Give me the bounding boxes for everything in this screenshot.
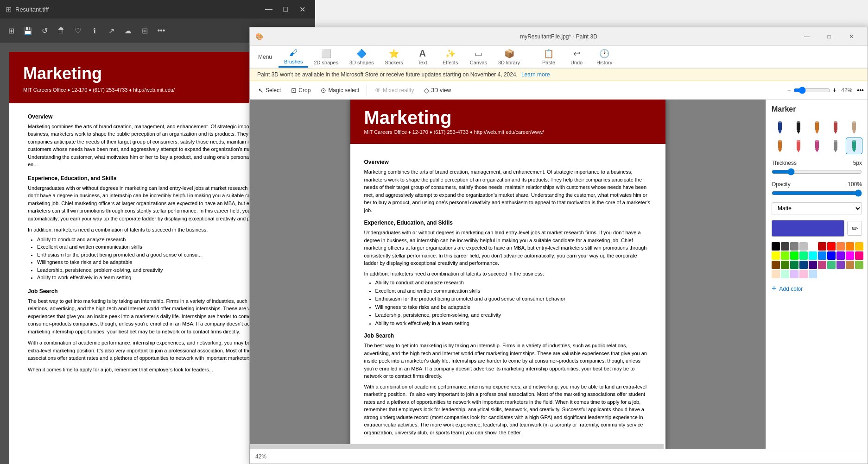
bg-delete-icon[interactable]: 🗑 bbox=[54, 23, 69, 38]
color-cell-32[interactable] bbox=[781, 270, 789, 278]
tab-history[interactable]: 🕐 History bbox=[590, 46, 618, 68]
zoom-slider[interactable] bbox=[793, 87, 830, 94]
marker-item-10[interactable] bbox=[846, 138, 862, 154]
add-color-btn[interactable]: + Add color bbox=[772, 282, 862, 295]
color-cell-27[interactable] bbox=[827, 261, 836, 269]
color-cell-17[interactable] bbox=[827, 251, 836, 260]
thickness-slider[interactable] bbox=[772, 168, 862, 176]
marker-item-7[interactable] bbox=[790, 138, 807, 154]
color-cell-23[interactable] bbox=[790, 261, 798, 269]
color-cell-34[interactable] bbox=[799, 270, 808, 278]
opacity-slider[interactable] bbox=[772, 189, 862, 197]
marker-item-2[interactable] bbox=[790, 119, 807, 136]
bg-cloud-icon[interactable]: ☁ bbox=[120, 23, 135, 38]
color-cell-1[interactable] bbox=[772, 242, 780, 251]
view-3d-btn[interactable]: ◇ 3D view bbox=[419, 83, 456, 98]
eyedropper-btn[interactable]: ✏ bbox=[847, 221, 862, 236]
color-cell-8[interactable] bbox=[836, 242, 845, 251]
marker-item-5[interactable] bbox=[846, 119, 862, 136]
notification-link[interactable]: Learn more bbox=[521, 71, 550, 78]
color-cell-20[interactable] bbox=[855, 251, 863, 260]
canvas-hscrollbar[interactable] bbox=[250, 444, 664, 449]
select-tool-btn[interactable]: ↖ Select bbox=[253, 83, 285, 98]
bg-grid-icon[interactable]: ⊞ bbox=[137, 23, 152, 38]
bg-heart-icon[interactable]: ♡ bbox=[70, 23, 85, 38]
finish-dropdown[interactable]: Matte Gloss bbox=[772, 202, 862, 214]
zoom-in-icon[interactable]: + bbox=[832, 86, 836, 94]
bg-minimize-btn[interactable]: — bbox=[261, 2, 276, 17]
color-cell-3[interactable] bbox=[790, 242, 798, 251]
p3d-canvas-area[interactable]: Marketing MIT Careers Office ♦ 12-170 ♦ … bbox=[250, 100, 766, 449]
p3d-close-btn[interactable]: ✕ bbox=[841, 30, 862, 44]
color-cell-35[interactable] bbox=[809, 270, 817, 278]
thickness-label: Thickness bbox=[772, 160, 797, 166]
selected-color-swatch[interactable] bbox=[772, 220, 844, 237]
magic-select-btn[interactable]: ⊙ Magic select bbox=[316, 83, 364, 98]
color-cell-7[interactable] bbox=[827, 242, 836, 251]
color-cell-21[interactable] bbox=[772, 261, 780, 269]
p3d-maximize-btn[interactable]: □ bbox=[818, 30, 840, 44]
zoom-out-icon[interactable]: − bbox=[787, 86, 792, 94]
marker-item-3[interactable] bbox=[809, 119, 825, 136]
color-cell-33[interactable] bbox=[790, 270, 798, 278]
color-cell-9[interactable] bbox=[846, 242, 854, 251]
bg-home-icon[interactable]: ⊞ bbox=[4, 23, 19, 38]
marker-item-9[interactable] bbox=[827, 138, 844, 154]
color-cell-30[interactable] bbox=[855, 261, 863, 269]
color-cell-14[interactable] bbox=[799, 251, 808, 260]
crop-tool-btn[interactable]: ⊡ Crop bbox=[286, 83, 315, 98]
tab-stickers[interactable]: ⭐ Stickers bbox=[380, 46, 409, 68]
tab-brushes[interactable]: 🖌 Brushes bbox=[279, 46, 308, 68]
tab-2d-shapes[interactable]: ⬜ 2D shapes bbox=[308, 46, 344, 68]
magic-select-icon: ⊙ bbox=[321, 87, 326, 94]
color-cell-4[interactable] bbox=[799, 242, 808, 251]
zoom-more-icon[interactable]: ••• bbox=[857, 87, 864, 94]
color-cell-13[interactable] bbox=[790, 251, 798, 260]
color-cell-18[interactable] bbox=[836, 251, 845, 260]
tab-menu[interactable]: Menu bbox=[252, 46, 279, 68]
tab-effects[interactable]: ✨ Effects bbox=[437, 46, 464, 68]
marker-item-4[interactable] bbox=[827, 119, 844, 136]
color-cell-26[interactable] bbox=[818, 261, 826, 269]
color-cell-29[interactable] bbox=[846, 261, 854, 269]
color-cell-31[interactable] bbox=[772, 270, 780, 278]
color-cell-19[interactable] bbox=[846, 251, 854, 260]
tab-text[interactable]: A Text bbox=[409, 46, 437, 68]
svg-rect-26 bbox=[834, 140, 837, 142]
marker-item-6[interactable] bbox=[772, 138, 788, 154]
doc-exp-heading: Experience, Education, and Skills bbox=[364, 219, 652, 227]
color-cell-22[interactable] bbox=[781, 261, 789, 269]
marker-item-1[interactable] bbox=[772, 119, 788, 136]
marker-item-8[interactable] bbox=[809, 138, 825, 154]
2d-shapes-icon: ⬜ bbox=[321, 49, 331, 59]
p3d-window-controls: — □ ✕ bbox=[796, 30, 862, 44]
bg-close-btn[interactable]: ✕ bbox=[295, 2, 310, 17]
color-cell-11[interactable] bbox=[772, 251, 780, 260]
color-cell-24[interactable] bbox=[799, 261, 808, 269]
tab-undo[interactable]: ↩ Undo bbox=[563, 46, 590, 68]
color-cell-15[interactable] bbox=[809, 251, 817, 260]
tab-canvas[interactable]: ▭ Canvas bbox=[464, 46, 493, 68]
bg-info-icon[interactable]: ℹ bbox=[87, 23, 102, 38]
bg-exp-text: Undergraduates with or without degrees i… bbox=[28, 184, 287, 223]
tab-paste[interactable]: 📋 Paste bbox=[535, 46, 563, 68]
tab-3d-shapes[interactable]: 🔷 3D shapes bbox=[344, 46, 380, 68]
bg-rotate-icon[interactable]: ↺ bbox=[37, 23, 52, 38]
bg-save-icon[interactable]: 💾 bbox=[20, 23, 35, 38]
color-cell-28[interactable] bbox=[836, 261, 845, 269]
magic-select-label: Magic select bbox=[328, 87, 359, 94]
color-cell-16[interactable] bbox=[818, 251, 826, 260]
mixed-reality-btn[interactable]: 👁 Mixed reality bbox=[370, 83, 418, 98]
color-cell-10[interactable] bbox=[855, 242, 863, 251]
p3d-minimize-btn[interactable]: — bbox=[796, 30, 817, 44]
bg-share-icon[interactable]: ↗ bbox=[104, 23, 119, 38]
bg-maximize-btn[interactable]: □ bbox=[278, 2, 293, 17]
bg-more-icon[interactable]: ••• bbox=[154, 23, 169, 38]
color-cell-6[interactable] bbox=[818, 242, 826, 251]
color-cell-25[interactable] bbox=[809, 261, 817, 269]
tab-3d-library[interactable]: 📦 3D library bbox=[493, 46, 526, 68]
color-cell-2[interactable] bbox=[781, 242, 789, 251]
p3d-main-area: Marketing MIT Careers Office ♦ 12-170 ♦ … bbox=[250, 100, 868, 449]
color-cell-12[interactable] bbox=[781, 251, 789, 260]
color-cell-5[interactable] bbox=[809, 242, 817, 251]
